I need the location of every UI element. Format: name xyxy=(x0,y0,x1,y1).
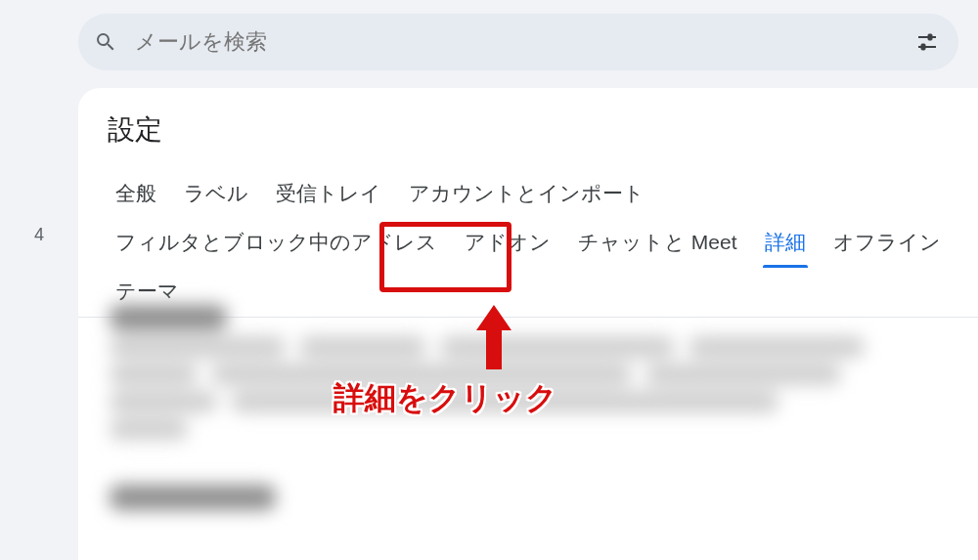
settings-title: 設定 xyxy=(78,111,978,170)
tab-9[interactable]: テーマ xyxy=(102,268,193,317)
svg-rect-2 xyxy=(928,34,932,40)
tab-7[interactable]: 詳細 xyxy=(751,219,820,268)
settings-panel: 設定 全般ラベル受信トレイアカウントとインポートフィルタとブロック中のアドレスア… xyxy=(78,88,978,560)
tab-6[interactable]: チャットと Meet xyxy=(564,219,751,268)
tab-3[interactable]: アカウントとインポート xyxy=(395,170,658,219)
search-input[interactable] xyxy=(133,28,915,56)
tab-2[interactable]: 受信トレイ xyxy=(262,170,395,219)
tune-icon[interactable] xyxy=(915,30,939,54)
tab-0[interactable]: 全般 xyxy=(102,170,170,219)
search-icon[interactable] xyxy=(94,30,117,54)
unread-count: 4 xyxy=(34,225,44,245)
tab-5[interactable]: アドオン xyxy=(451,219,564,268)
tab-8[interactable]: オフライン xyxy=(820,219,955,268)
tab-1[interactable]: ラベル xyxy=(170,170,262,219)
search-bar[interactable] xyxy=(78,14,958,70)
settings-tabs: 全般ラベル受信トレイアカウントとインポートフィルタとブロック中のアドレスアドオン… xyxy=(78,170,978,318)
left-gutter: 4 xyxy=(0,0,78,560)
tab-4[interactable]: フィルタとブロック中のアドレス xyxy=(102,219,451,268)
svg-rect-3 xyxy=(921,44,925,50)
blurred-body xyxy=(110,305,951,516)
